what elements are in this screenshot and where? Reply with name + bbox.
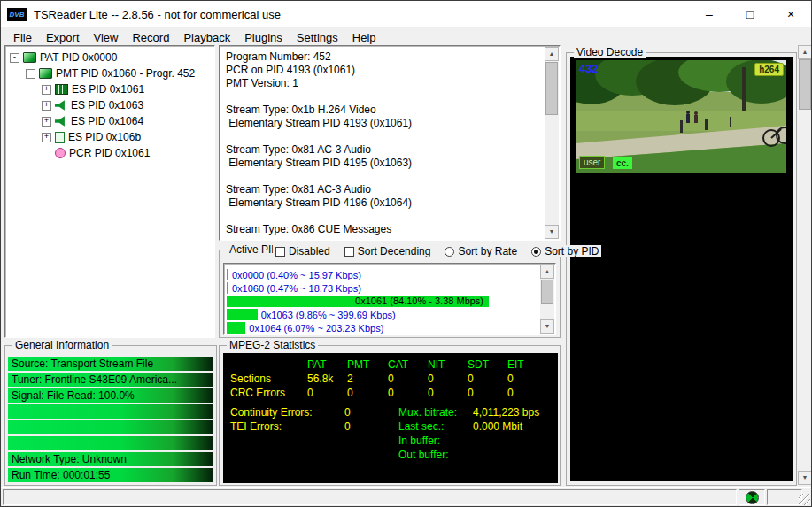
scroll-down-icon[interactable]: ▼	[540, 319, 554, 334]
mpeg2-statistics-panel: MPEG-2 Statistics PAT PMT CAT NIT SDT EI…	[219, 345, 561, 486]
info-bar-source: Source: Transport Stream File	[8, 357, 213, 371]
status-bar	[1, 487, 811, 506]
tree-item-es-106b[interactable]: + ES PID 0x106b	[42, 129, 141, 145]
stats-value: 0	[468, 373, 474, 385]
scroll-up-icon[interactable]: ▲	[545, 47, 559, 61]
pid-bitrate-bar: 0x1061 (84.10% - 3.38 Mbps)	[227, 296, 489, 307]
tree-item-pcr[interactable]: PCR PID 0x1061	[42, 145, 150, 161]
checkbox-label: Sort Decending	[358, 245, 431, 257]
pid-row-0x1060[interactable]: 0x1060 (0.47% ~ 18.73 Kbps)	[227, 282, 538, 294]
stats-value: 0	[347, 387, 353, 399]
stats-value: 0	[428, 373, 434, 385]
scrollbar-thumb[interactable]	[799, 59, 811, 110]
window-title: TSReader Lite -- 2.8.56 - not for commer…	[34, 8, 281, 21]
tree-item-es-1064[interactable]: + ES PID 0x1064	[42, 113, 143, 129]
menu-settings[interactable]: Settings	[290, 29, 345, 46]
detail-line	[226, 90, 540, 104]
pid-bar-label: 0x1064 (6.07% ~ 203.23 Kbps)	[249, 323, 383, 334]
document-icon	[55, 132, 65, 143]
radio-label: Sort by PID	[545, 245, 599, 257]
menu-playback[interactable]: Playback	[176, 29, 237, 46]
scroll-down-icon[interactable]: ▼	[798, 471, 812, 485]
pid-row-0x1061[interactable]: 0x1061 (84.10% - 3.38 Mbps)	[227, 296, 538, 307]
collapse-toggle-icon[interactable]: -	[10, 53, 19, 63]
stats-row-label: CRC Errors	[230, 387, 285, 399]
pid-bar-label: 0x1061 (84.10% - 3.38 Mbps)	[355, 296, 483, 307]
detail-line: PMT Version: 1	[226, 77, 540, 90]
menu-plugins[interactable]: Plugins	[237, 29, 290, 46]
pid-list-scrollbar[interactable]: ▲ ▼	[540, 265, 554, 334]
film-icon	[55, 84, 68, 95]
scrollbar-thumb[interactable]	[541, 280, 553, 304]
disabled-checkbox[interactable]: Disabled	[273, 245, 333, 257]
video-decode-panel: Video Decode	[566, 52, 797, 486]
video-decode-area: 432 h264 user cc.	[570, 57, 793, 481]
speaker-icon	[55, 116, 67, 127]
stats-col-header: PAT	[307, 358, 327, 371]
pid-row-0x0000[interactable]: 0x0000 (0.40% ~ 15.97 Kbps)	[227, 269, 538, 280]
close-button[interactable]: ×	[770, 1, 811, 27]
radio-icon[interactable]	[531, 247, 541, 257]
title-bar[interactable]: DVB TSReader Lite -- 2.8.56 - not for co…	[1, 1, 811, 27]
stats-value: 0	[307, 387, 313, 399]
pid-bitrate-bar	[227, 282, 228, 294]
pid-row-0x1064[interactable]: 0x1064 (6.07% ~ 203.23 Kbps)	[227, 322, 538, 334]
tree-item-pmt[interactable]: - PMT PID 0x1060 - Progr. 452	[26, 65, 195, 81]
mux-bitrate-value: 4,011,223 bps	[473, 406, 539, 419]
detail-line: Stream Type: 0x81 AC-3 Audio	[226, 143, 540, 157]
tree-item-pat[interactable]: - PAT PID 0x0000	[10, 50, 117, 65]
tree-item-es-1061[interactable]: + ES PID 0x1061	[42, 81, 144, 97]
pid-bitrate-bar	[227, 309, 258, 320]
detail-line: Elementary Stream PID 4193 (0x1061)	[226, 117, 540, 130]
menu-file[interactable]: File	[6, 29, 39, 46]
sort-by-rate-radio[interactable]: Sort by Rate	[442, 245, 520, 257]
detail-line: Elementary Stream PID 4196 (0x1064)	[226, 196, 540, 210]
info-bar-tuner: Tuner: Frontline S43E09 America...	[8, 373, 213, 387]
detail-line	[226, 170, 540, 183]
stats-value: 2	[347, 373, 353, 385]
scroll-up-icon[interactable]: ▲	[798, 45, 812, 59]
menu-record[interactable]: Record	[125, 29, 176, 46]
cc-badge: cc.	[613, 157, 632, 169]
details-scrollbar[interactable]: ▲ ▼	[545, 47, 559, 239]
info-bar-empty	[8, 420, 213, 434]
table-icon	[23, 52, 36, 63]
resize-grip[interactable]	[799, 494, 810, 505]
tree-item-label: ES PID 0x1064	[71, 115, 143, 127]
in-buffer-label: In buffer:	[398, 434, 440, 447]
tree-item-es-1063[interactable]: + ES PID 0x1063	[42, 97, 143, 113]
expand-toggle-icon[interactable]: +	[42, 101, 51, 111]
video-decode-title: Video Decode	[574, 46, 646, 58]
detail-line: Stream Type: 0x1b H.264 Video	[226, 104, 540, 117]
stats-col-header: CAT	[388, 358, 408, 371]
scroll-down-icon[interactable]: ▼	[545, 225, 559, 239]
stats-value: 56.8k	[307, 373, 333, 385]
expand-toggle-icon[interactable]: +	[42, 133, 51, 142]
pid-row-0x1063[interactable]: 0x1063 (9.86% ~ 399.69 Kbps)	[227, 309, 538, 320]
pid-bitrate-bar	[227, 322, 245, 334]
checkbox-icon[interactable]	[344, 247, 354, 257]
info-bar-empty	[8, 404, 213, 419]
detail-line: Elementary Stream PID 4195 (0x1063)	[226, 157, 540, 170]
collapse-toggle-icon[interactable]: -	[26, 69, 35, 79]
radio-icon[interactable]	[445, 247, 454, 257]
menu-bar: File Export View Record Playback Plugins…	[1, 27, 811, 47]
expand-toggle-icon[interactable]: +	[42, 117, 51, 127]
minimize-button[interactable]: –	[689, 1, 730, 27]
video-panel-scrollbar[interactable]: ▲ ▼	[798, 45, 812, 485]
mpeg2-statistics-title: MPEG-2 Statistics	[227, 339, 318, 351]
sort-by-pid-radio[interactable]: Sort by PID	[529, 245, 601, 257]
tree-item-label: PMT PID 0x1060 - Progr. 452	[56, 67, 195, 80]
menu-help[interactable]: Help	[345, 29, 383, 46]
tree-item-label: ES PID 0x1061	[72, 83, 144, 96]
sort-descending-checkbox[interactable]: Sort Decending	[342, 245, 434, 257]
menu-export[interactable]: Export	[39, 29, 87, 46]
menu-view[interactable]: View	[87, 29, 126, 46]
checkbox-icon[interactable]	[275, 247, 285, 257]
expand-toggle-icon[interactable]: +	[42, 85, 51, 95]
maximize-button[interactable]: □	[730, 1, 770, 27]
scrollbar-thumb[interactable]	[545, 62, 558, 115]
scroll-up-icon[interactable]: ▲	[540, 265, 554, 279]
pid-bitrate-bar	[227, 269, 228, 280]
tree-item-label: ES PID 0x106b	[68, 131, 141, 143]
